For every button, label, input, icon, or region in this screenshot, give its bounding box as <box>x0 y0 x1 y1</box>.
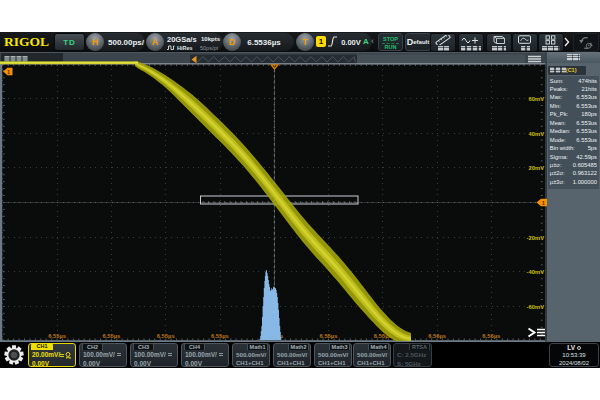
svg-text:6.56µs: 6.56µs <box>482 333 500 339</box>
svg-text:6.55µs: 6.55µs <box>157 333 175 339</box>
svg-text:1: 1 <box>7 70 10 75</box>
svg-text:-20mV: -20mV <box>527 235 545 241</box>
svg-text:6.55µs: 6.55µs <box>211 333 229 339</box>
svg-text:-60mV: -60mV <box>527 304 545 310</box>
svg-text:60mV: 60mV <box>529 96 545 102</box>
svg-text:6.55µs: 6.55µs <box>320 333 338 339</box>
svg-text:40mV: 40mV <box>529 131 545 137</box>
svg-text:20mV: 20mV <box>529 165 545 171</box>
svg-text:6.55µs: 6.55µs <box>102 333 120 339</box>
svg-text:-40mV: -40mV <box>527 269 545 275</box>
svg-text:6.55µs: 6.55µs <box>48 333 66 339</box>
svg-text:6.56µs: 6.56µs <box>428 333 446 339</box>
svg-text:1: 1 <box>542 201 545 206</box>
